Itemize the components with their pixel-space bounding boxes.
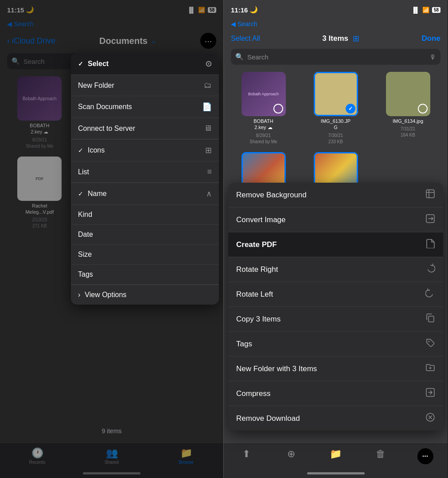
action-label-copy: Copy 3 Items: [236, 315, 280, 324]
menu-label-scan-docs: Scan Documents: [78, 103, 132, 111]
tags-icon: [425, 338, 435, 350]
action-label-create-pdf: Create PDF: [236, 240, 277, 249]
menu-item-date[interactable]: Date: [71, 225, 219, 245]
menu-label-view-options: View Options: [85, 291, 126, 299]
icons-view-icon: ⊞: [205, 145, 212, 155]
action-new-folder-items[interactable]: New Folder with 3 Items: [228, 357, 443, 381]
share-icon: ⬆: [242, 448, 250, 460]
convert-icon: [425, 214, 435, 226]
compress-icon: [425, 388, 435, 400]
action-label-remove-bg: Remove Background: [236, 191, 307, 200]
action-remove-background[interactable]: Remove Background: [228, 183, 443, 208]
file-meta-bobath-right: 8/29/21Shared by Me: [249, 133, 277, 145]
menu-item-tags-sort[interactable]: Tags: [71, 265, 219, 285]
pdf-icon: [425, 239, 435, 251]
action-remove-download[interactable]: Remove Download: [228, 406, 443, 431]
select-all-button[interactable]: Select All: [231, 35, 260, 43]
menu-item-kind[interactable]: Kind: [71, 205, 219, 225]
menu-item-select[interactable]: ✓ Select ⊙: [71, 53, 219, 75]
new-folder-icon: 🗂: [204, 81, 212, 90]
menu-label-kind: Kind: [78, 211, 92, 219]
menu-label-date: Date: [78, 231, 93, 239]
list-view-icon: ≡: [207, 167, 212, 176]
menu-label-icons: Icons: [88, 146, 105, 154]
rotate-right-icon: [425, 263, 435, 275]
sort-name-icon: ∧: [206, 189, 212, 199]
bottom-count-left: 9 items: [0, 424, 223, 438]
menu-label-tags-sort: Tags: [78, 270, 93, 278]
menu-item-connect-server[interactable]: Connect to Server 🖥: [71, 118, 219, 139]
items-count: 3 Items: [322, 34, 348, 43]
menu-item-scan-docs[interactable]: Scan Documents 📄: [71, 96, 219, 118]
rotate-left-icon: [425, 288, 435, 300]
check-icon-icons: ✓: [78, 147, 83, 154]
svg-rect-2: [429, 316, 434, 322]
file-name-bobath-right: BOBATH2.key ☁: [253, 118, 273, 131]
action-rotate-left[interactable]: Rotate Left: [228, 282, 443, 307]
moon-right: 🌙: [249, 6, 258, 14]
toolbar-more[interactable]: ···: [403, 448, 448, 464]
signal-icon-right: ▐▌: [411, 7, 419, 13]
dropdown-menu: ✓ Select ⊙ New Folder 🗂 Scan Documents 📄…: [71, 53, 219, 305]
menu-item-name[interactable]: ✓ Name ∧: [71, 183, 219, 205]
file-item-img6134-right[interactable]: IMG_6134.jpg 7/31/21164 KB: [375, 72, 440, 145]
grid-toggle-icon[interactable]: ⊞: [353, 34, 359, 43]
file-name-img6130-right: IMG_6130.JPG: [321, 118, 351, 131]
copy-icon: [425, 313, 435, 325]
toolbar-add[interactable]: ⊕: [269, 448, 313, 460]
menu-label-list: List: [78, 168, 89, 176]
menu-item-view-options[interactable]: › View Options: [71, 285, 219, 305]
selection-header: Select All 3 Items ⊞ Done: [224, 30, 448, 47]
home-indicator-right: [307, 472, 365, 474]
menu-label-size: Size: [78, 251, 92, 259]
battery-right: 58: [432, 7, 440, 13]
toolbar-trash[interactable]: 🗑: [358, 448, 403, 460]
remove-bg-icon: [425, 189, 435, 201]
select-icon: ⊙: [205, 59, 212, 69]
add-icon: ⊕: [287, 448, 295, 460]
toolbar-folder[interactable]: 📁: [313, 448, 358, 460]
action-label-convert: Convert Image: [236, 215, 286, 224]
menu-item-icons[interactable]: ✓ Icons ⊞: [71, 140, 219, 161]
file-thumb-img6130-right: [314, 72, 358, 116]
new-folder-items-icon: [425, 363, 435, 375]
mic-icon: 🎙: [429, 53, 436, 61]
wifi-icon-right: 📶: [422, 7, 429, 13]
action-tags[interactable]: Tags: [228, 332, 443, 357]
action-label-remove-download: Remove Download: [236, 414, 300, 423]
more-button-right[interactable]: ···: [417, 448, 433, 464]
svg-point-3: [429, 341, 430, 342]
menu-item-size[interactable]: Size: [71, 245, 219, 265]
action-compress[interactable]: Compress: [228, 381, 443, 406]
time-right: 11:16 🌙: [231, 6, 258, 14]
toolbar-share[interactable]: ⬆: [224, 448, 269, 460]
scan-icon: 📄: [202, 102, 212, 112]
action-sheet: Remove Background Convert Image Create P…: [228, 183, 443, 431]
menu-label-connect-server: Connect to Server: [78, 125, 135, 133]
trash-icon: 🗑: [376, 448, 386, 460]
action-rotate-right[interactable]: Rotate Right: [228, 257, 443, 282]
file-thumb-img6134-right: [386, 72, 430, 116]
check-icon-select: ✓: [78, 60, 83, 67]
select-circle-img6134: [418, 104, 428, 114]
server-icon: 🖥: [204, 124, 212, 133]
time-value-right: 11:16: [231, 6, 248, 14]
search-bar-right[interactable]: 🔍 Search 🎙: [231, 49, 440, 65]
menu-item-new-folder[interactable]: New Folder 🗂: [71, 75, 219, 96]
menu-label-name: Name: [88, 190, 107, 198]
menu-item-list[interactable]: List ≡: [71, 161, 219, 183]
action-convert-image[interactable]: Convert Image: [228, 208, 443, 232]
status-icons-right: ▐▌ 📶 58: [411, 7, 440, 13]
file-item-img6130-right[interactable]: IMG_6130.JPG 7/30/21233 KB: [303, 72, 368, 145]
svg-rect-0: [426, 190, 434, 198]
file-item-bobath-right[interactable]: Bobath Approach BOBATH2.key ☁ 8/29/21Sha…: [231, 72, 296, 145]
back-label-right[interactable]: ◀ Search: [231, 20, 257, 27]
search-icon-right: 🔍: [235, 53, 244, 61]
done-button[interactable]: Done: [422, 34, 441, 43]
action-create-pdf[interactable]: Create PDF: [228, 232, 443, 257]
back-nav-right[interactable]: ◀ Search: [224, 20, 448, 30]
check-icon-name: ✓: [78, 190, 83, 197]
file-thumb-bobath-right: Bobath Approach: [242, 72, 286, 116]
search-placeholder-right: Search: [247, 53, 426, 61]
action-copy-items[interactable]: Copy 3 Items: [228, 307, 443, 332]
